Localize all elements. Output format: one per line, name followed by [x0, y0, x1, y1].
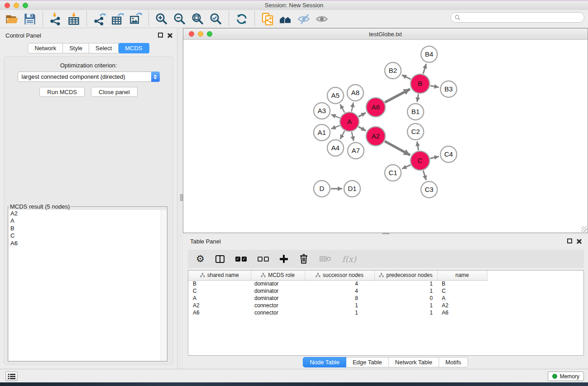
graph-edge-C-C4[interactable]	[430, 157, 439, 158]
run-mcds-button[interactable]: Run MCDS	[39, 87, 85, 97]
import-table-icon[interactable]	[66, 11, 82, 27]
graph-edge-A-A2[interactable]	[359, 127, 366, 131]
graph-node-D1[interactable]: D1	[344, 181, 360, 197]
network-window-titlebar[interactable]: testGlobe.txt	[183, 29, 588, 40]
table-cell[interactable]: A	[188, 295, 251, 302]
graph-node-B4[interactable]: B4	[421, 46, 437, 62]
graph-edge-A-A7[interactable]	[352, 132, 354, 141]
table-cell[interactable]: A2	[188, 302, 251, 309]
export-image-icon[interactable]	[128, 11, 144, 27]
tab-style[interactable]: Style	[63, 43, 89, 53]
graph-edge-B-B2[interactable]	[402, 75, 411, 79]
export-network-icon[interactable]	[91, 11, 108, 27]
memory-button[interactable]: Memory	[548, 372, 584, 381]
delete-table-icon[interactable]	[320, 253, 331, 265]
minimize-window-button[interactable]	[14, 3, 19, 8]
tab-select[interactable]: Select	[89, 43, 119, 53]
table-cell[interactable]: 4	[305, 280, 374, 287]
table-cell[interactable]: 4	[305, 287, 374, 295]
table-cell[interactable]: C	[437, 287, 487, 295]
show-all-icon[interactable]	[314, 11, 330, 27]
select-all-rows-icon[interactable]: ✓✓	[235, 253, 247, 265]
graph-node-C4[interactable]: C4	[440, 146, 457, 162]
table-row[interactable]: Adominator80A	[188, 295, 488, 302]
result-scrollbar[interactable]	[161, 210, 167, 361]
zoom-out-icon[interactable]	[172, 11, 188, 27]
table-cell[interactable]: connector	[251, 309, 305, 316]
function-builder-icon[interactable]: f(x)	[342, 253, 356, 265]
graph-edge-A-A1[interactable]	[331, 125, 340, 129]
graph-edge-A-A3[interactable]	[331, 114, 340, 118]
graph-edge-A-A4[interactable]	[340, 131, 344, 139]
graph-node-D[interactable]: D	[314, 181, 330, 197]
window-titlebar[interactable]: Session: New Session	[0, 0, 588, 10]
mcds-result-item[interactable]: A6	[9, 240, 167, 247]
graph-node-B1[interactable]: B1	[407, 104, 424, 120]
zoom-window-button[interactable]	[23, 3, 28, 8]
mcds-result-item[interactable]: C	[9, 232, 167, 239]
mcds-result-item[interactable]: A	[9, 217, 167, 224]
zoom-in-icon[interactable]	[153, 11, 170, 27]
graph-node-A3[interactable]: A3	[314, 103, 330, 119]
hide-selected-icon[interactable]	[296, 11, 312, 27]
table-cell[interactable]: C	[188, 287, 251, 295]
close-table-panel-icon[interactable]	[576, 238, 582, 244]
graph-node-B[interactable]: B	[411, 74, 430, 93]
task-history-button[interactable]	[5, 372, 18, 381]
network-vertical-scroll-nub[interactable]	[180, 194, 183, 201]
table-cell[interactable]: 1	[374, 309, 437, 316]
search-input[interactable]	[461, 14, 584, 21]
table-row[interactable]: Bdominator41B	[188, 280, 488, 287]
table-cell[interactable]: 1	[374, 287, 437, 295]
close-panel-button[interactable]: Close panel	[91, 87, 138, 97]
new-network-from-selection-icon[interactable]	[259, 11, 276, 27]
open-session-icon[interactable]	[4, 11, 20, 27]
close-network-button[interactable]	[189, 31, 194, 37]
graph-edge-B-B4[interactable]	[423, 64, 426, 74]
table-cell[interactable]: 1	[374, 302, 437, 309]
table-cell[interactable]: A6	[188, 309, 251, 316]
zoom-selected-icon[interactable]	[208, 11, 224, 27]
deselect-all-rows-icon[interactable]	[258, 253, 269, 265]
table-cell[interactable]: connector	[251, 302, 305, 309]
graph-edge-C-C1[interactable]	[402, 165, 411, 169]
table-cell[interactable]: B	[437, 280, 487, 287]
tab-motifs[interactable]: Motifs	[439, 357, 468, 367]
save-session-icon[interactable]	[22, 11, 38, 27]
home-icon[interactable]	[277, 11, 294, 27]
graph-node-A4[interactable]: A4	[327, 140, 344, 156]
network-graph[interactable]: B4B2BB3A5A8A6A3B1AA1C2A2A4A7C4CC1C3DD1	[183, 40, 588, 233]
graph-edge-A-A8[interactable]	[352, 103, 354, 112]
zoom-network-button[interactable]	[207, 31, 212, 37]
graph-edge-C-C3[interactable]	[423, 171, 426, 180]
table-cell[interactable]: 1	[305, 309, 374, 316]
close-panel-icon[interactable]	[167, 33, 172, 38]
toggle-columns-icon[interactable]	[215, 253, 225, 265]
float-table-panel-icon[interactable]	[567, 238, 572, 243]
mcds-result-list[interactable]: A2ABCA6	[9, 210, 167, 361]
table-cell[interactable]: 1	[374, 280, 437, 287]
tab-node-table[interactable]: Node Table	[303, 357, 346, 367]
graph-node-C2[interactable]: C2	[407, 124, 424, 140]
table-row[interactable]: A2connector11A2	[188, 302, 488, 309]
tab-network-table[interactable]: Network Table	[389, 357, 439, 367]
network-canvas[interactable]: B4B2BB3A5A8A6A3B1AA1C2A2A4A7C4CC1C3DD1	[183, 40, 588, 233]
graph-edge-B-B1[interactable]	[417, 94, 419, 102]
table-cell[interactable]: A2	[437, 302, 487, 309]
column-header-successor-nodes[interactable]: successor nodes	[305, 271, 374, 280]
graph-edge-C-C2[interactable]	[417, 142, 418, 151]
add-row-icon[interactable]	[280, 253, 288, 265]
graph-node-C3[interactable]: C3	[421, 181, 437, 198]
table-cell[interactable]: 0	[374, 295, 437, 302]
settings-gear-icon[interactable]: ⚙	[196, 253, 205, 265]
graph-edge-A-A5[interactable]	[340, 104, 344, 112]
graph-node-C1[interactable]: C1	[385, 165, 401, 181]
table-cell[interactable]: dominator	[251, 295, 305, 302]
graph-node-A6[interactable]: A6	[366, 98, 385, 117]
graph-node-B3[interactable]: B3	[440, 81, 457, 97]
search-field[interactable]	[450, 12, 584, 23]
table-cell[interactable]: dominator	[251, 287, 305, 295]
graph-node-A5[interactable]: A5	[327, 87, 344, 104]
table-cell[interactable]: A	[437, 295, 487, 302]
graph-edge-A2-C[interactable]	[385, 141, 410, 155]
